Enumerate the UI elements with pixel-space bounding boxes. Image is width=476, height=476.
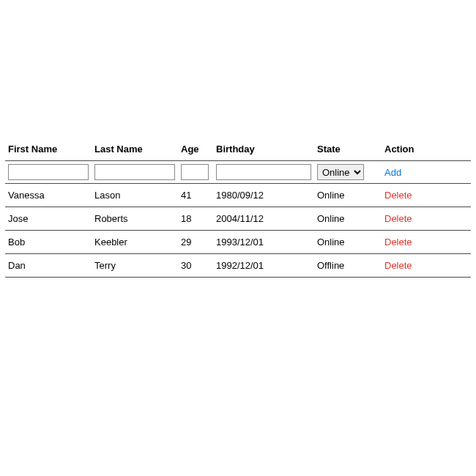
header-age: Age (178, 139, 213, 161)
delete-button[interactable]: Delete (384, 190, 412, 201)
birthday-input[interactable] (216, 164, 311, 180)
cell-age: 30 (178, 254, 213, 278)
table-row: Vanessa Lason 41 1980/09/12 Online Delet… (5, 184, 471, 207)
cell-first-name: Vanessa (5, 184, 92, 207)
header-last-name: Last Name (92, 139, 178, 161)
cell-first-name: Bob (5, 231, 92, 254)
header-action: Action (382, 139, 471, 161)
cell-birthday: 1980/09/12 (213, 184, 314, 207)
cell-last-name: Lason (92, 184, 178, 207)
header-state: State (314, 139, 382, 161)
header-row: First Name Last Name Age Birthday State … (5, 139, 471, 161)
input-row: Online Offline Add (5, 161, 471, 184)
table-row: Bob Keebler 29 1993/12/01 Online Delete (5, 231, 471, 254)
cell-age: 18 (178, 207, 213, 231)
table-row: Dan Terry 30 1992/12/01 Offline Delete (5, 254, 471, 278)
state-select[interactable]: Online Offline (317, 164, 364, 180)
last-name-input[interactable] (94, 164, 175, 180)
cell-first-name: Jose (5, 207, 92, 231)
delete-button[interactable]: Delete (384, 237, 412, 248)
cell-age: 41 (178, 184, 213, 207)
header-birthday: Birthday (213, 139, 314, 161)
header-first-name: First Name (5, 139, 92, 161)
cell-birthday: 1992/12/01 (213, 254, 314, 278)
cell-last-name: Terry (92, 254, 178, 278)
table-row: Jose Roberts 18 2004/11/12 Online Delete (5, 207, 471, 231)
cell-state: Online (314, 207, 382, 231)
cell-birthday: 2004/11/12 (213, 207, 314, 231)
cell-first-name: Dan (5, 254, 92, 278)
add-button[interactable]: Add (384, 167, 401, 178)
age-input[interactable] (181, 164, 209, 180)
cell-last-name: Keebler (92, 231, 178, 254)
first-name-input[interactable] (8, 164, 89, 180)
cell-state: Online (314, 231, 382, 254)
cell-age: 29 (178, 231, 213, 254)
cell-last-name: Roberts (92, 207, 178, 231)
delete-button[interactable]: Delete (384, 260, 412, 271)
cell-state: Offline (314, 254, 382, 278)
delete-button[interactable]: Delete (384, 213, 412, 224)
people-table: First Name Last Name Age Birthday State … (5, 139, 471, 278)
cell-birthday: 1993/12/01 (213, 231, 314, 254)
cell-state: Online (314, 184, 382, 207)
